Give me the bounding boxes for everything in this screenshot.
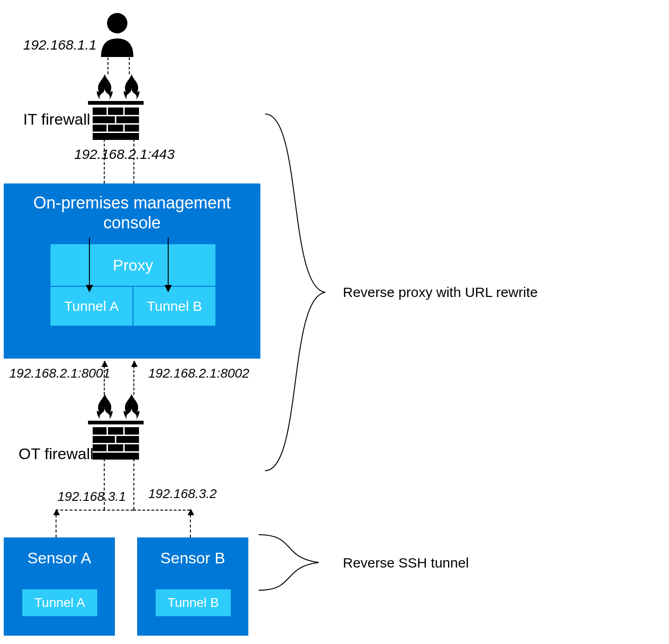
svg-point-0	[107, 13, 127, 33]
diagram-canvas: 192.168.1.1 IT firewall 192.168.2.1:443 …	[0, 0, 669, 644]
arrow-proxy-to-tunnel-a	[89, 238, 90, 291]
connector-console-otfw-left	[104, 361, 105, 395]
connector-branch-left-v	[56, 510, 57, 537]
it-firewall-icon	[93, 74, 144, 146]
sensor-b: Sensor B Tunnel B	[137, 537, 248, 636]
it-firewall-addr: 192.168.2.1:443	[74, 146, 175, 162]
it-firewall-label: IT firewall	[23, 110, 90, 128]
sensor-a: Sensor A Tunnel A	[4, 537, 115, 636]
user-ip-label: 192.168.1.1	[23, 37, 96, 53]
sensor-b-addr: 192.168.3.2	[148, 486, 217, 501]
proxy-box: Proxy	[50, 244, 216, 286]
console-title: On-premises management console	[4, 183, 260, 233]
sensor-a-title: Sensor A	[4, 537, 115, 567]
bracket-reverse-proxy	[260, 109, 334, 475]
management-console: On-premises management console Proxy Tun…	[4, 183, 260, 359]
ot-addr-right: 192.168.2.1:8002	[148, 366, 249, 381]
bracket-reverse-ssh	[254, 530, 328, 595]
connector-branch-right-h	[133, 510, 190, 511]
connector-user-fw-left	[107, 57, 108, 74]
sensor-b-tunnel: Tunnel B	[156, 589, 231, 616]
connector-itfw-console-left	[104, 139, 105, 183]
ot-firewall-icon	[93, 394, 144, 466]
connector-console-otfw-right	[133, 361, 134, 395]
reverse-proxy-label: Reverse proxy with URL rewrite	[343, 284, 538, 300]
ot-addr-left: 192.168.2.1:8001	[9, 366, 110, 381]
reverse-ssh-label: Reverse SSH tunnel	[343, 555, 469, 571]
sensor-a-tunnel: Tunnel A	[22, 589, 97, 616]
sensor-a-addr: 192.168.3.1	[57, 489, 126, 504]
connector-branch-left-h	[56, 510, 133, 511]
ot-firewall-label: OT firewall	[19, 445, 94, 463]
user-icon	[99, 13, 136, 57]
connector-otfw-sensors-right	[133, 459, 134, 510]
connector-branch-right-v	[190, 510, 191, 537]
arrow-proxy-to-tunnel-b	[168, 238, 169, 291]
connector-user-fw-right	[129, 57, 130, 74]
sensor-b-title: Sensor B	[137, 537, 248, 567]
console-tunnel-b: Tunnel B	[133, 286, 216, 326]
connector-itfw-console-right	[133, 139, 134, 183]
